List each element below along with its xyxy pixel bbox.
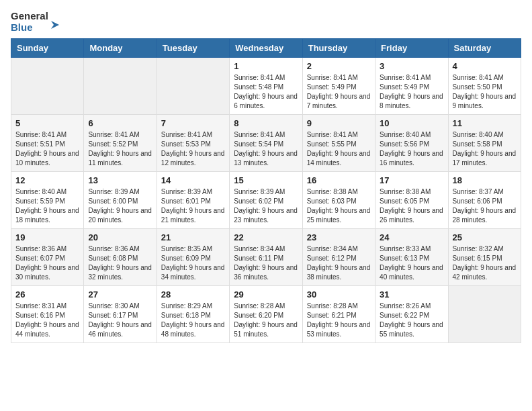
day-number: 15: [234, 175, 298, 185]
day-number: 16: [307, 175, 371, 185]
day-info: Sunrise: 8:38 AM Sunset: 6:05 PM Dayligh…: [380, 187, 443, 225]
day-number: 8: [234, 118, 298, 128]
day-number: 9: [307, 118, 371, 128]
col-header-friday: Friday: [375, 39, 448, 58]
day-number: 24: [380, 232, 443, 242]
logo: General Blue: [11, 11, 62, 33]
calendar-cell: 22Sunrise: 8:34 AM Sunset: 6:11 PM Dayli…: [230, 229, 302, 286]
day-number: 17: [380, 175, 443, 185]
calendar-header-row: SundayMondayTuesdayWednesdayThursdayFrid…: [11, 39, 521, 58]
day-number: 23: [307, 232, 371, 242]
day-info: Sunrise: 8:40 AM Sunset: 5:56 PM Dayligh…: [380, 130, 443, 168]
day-info: Sunrise: 8:38 AM Sunset: 6:03 PM Dayligh…: [307, 187, 371, 225]
day-info: Sunrise: 8:40 AM Sunset: 5:58 PM Dayligh…: [453, 130, 517, 168]
calendar-cell: 14Sunrise: 8:39 AM Sunset: 6:01 PM Dayli…: [157, 172, 229, 229]
calendar-cell: 2Sunrise: 8:41 AM Sunset: 5:49 PM Daylig…: [302, 58, 375, 115]
day-number: 29: [234, 289, 298, 300]
day-number: 6: [88, 118, 152, 128]
calendar-week-row: 26Sunrise: 8:31 AM Sunset: 6:16 PM Dayli…: [11, 286, 521, 343]
col-header-thursday: Thursday: [302, 39, 375, 58]
calendar-cell: 11Sunrise: 8:40 AM Sunset: 5:58 PM Dayli…: [448, 115, 521, 172]
day-number: 14: [161, 175, 225, 185]
day-info: Sunrise: 8:41 AM Sunset: 5:55 PM Dayligh…: [307, 130, 371, 168]
calendar-cell: 1Sunrise: 8:41 AM Sunset: 5:48 PM Daylig…: [230, 58, 302, 115]
calendar-cell: 27Sunrise: 8:30 AM Sunset: 6:17 PM Dayli…: [84, 286, 157, 343]
header: General Blue: [11, 11, 521, 33]
day-info: Sunrise: 8:32 AM Sunset: 6:15 PM Dayligh…: [453, 244, 517, 282]
col-header-wednesday: Wednesday: [230, 39, 302, 58]
day-number: 21: [161, 232, 225, 242]
calendar-cell: 23Sunrise: 8:34 AM Sunset: 6:12 PM Dayli…: [302, 229, 375, 286]
day-info: Sunrise: 8:29 AM Sunset: 6:18 PM Dayligh…: [161, 302, 225, 339]
day-number: 12: [15, 175, 79, 185]
day-number: 25: [453, 232, 517, 242]
calendar-cell: 8Sunrise: 8:41 AM Sunset: 5:54 PM Daylig…: [230, 115, 302, 172]
calendar-cell: 28Sunrise: 8:29 AM Sunset: 6:18 PM Dayli…: [157, 286, 229, 343]
calendar-cell: 16Sunrise: 8:38 AM Sunset: 6:03 PM Dayli…: [302, 172, 375, 229]
logo-container: General Blue: [11, 11, 62, 33]
logo-blue: Blue: [11, 22, 48, 34]
day-info: Sunrise: 8:40 AM Sunset: 5:59 PM Dayligh…: [15, 187, 79, 225]
day-info: Sunrise: 8:28 AM Sunset: 6:21 PM Dayligh…: [307, 302, 371, 339]
day-info: Sunrise: 8:41 AM Sunset: 5:49 PM Dayligh…: [307, 73, 371, 111]
day-number: 26: [15, 289, 79, 300]
day-info: Sunrise: 8:41 AM Sunset: 5:53 PM Dayligh…: [161, 130, 225, 168]
day-info: Sunrise: 8:36 AM Sunset: 6:07 PM Dayligh…: [15, 244, 79, 282]
day-number: 18: [453, 175, 517, 185]
day-info: Sunrise: 8:39 AM Sunset: 6:02 PM Dayligh…: [234, 187, 298, 225]
day-info: Sunrise: 8:35 AM Sunset: 6:09 PM Dayligh…: [161, 244, 225, 282]
calendar-week-row: 19Sunrise: 8:36 AM Sunset: 6:07 PM Dayli…: [11, 229, 521, 286]
day-number: 19: [15, 232, 79, 242]
day-number: 28: [161, 289, 225, 300]
day-info: Sunrise: 8:33 AM Sunset: 6:13 PM Dayligh…: [380, 244, 443, 282]
calendar-cell: 18Sunrise: 8:37 AM Sunset: 6:06 PM Dayli…: [448, 172, 521, 229]
day-number: 7: [161, 118, 225, 128]
col-header-saturday: Saturday: [448, 39, 521, 58]
calendar-cell: [448, 286, 521, 343]
col-header-sunday: Sunday: [11, 39, 84, 58]
calendar-cell: 13Sunrise: 8:39 AM Sunset: 6:00 PM Dayli…: [84, 172, 157, 229]
calendar-cell: 20Sunrise: 8:36 AM Sunset: 6:08 PM Dayli…: [84, 229, 157, 286]
day-number: 2: [307, 61, 371, 71]
calendar-week-row: 12Sunrise: 8:40 AM Sunset: 5:59 PM Dayli…: [11, 172, 521, 229]
logo-arrow-icon: [48, 18, 62, 32]
calendar-cell: 7Sunrise: 8:41 AM Sunset: 5:53 PM Daylig…: [157, 115, 229, 172]
day-info: Sunrise: 8:41 AM Sunset: 5:50 PM Dayligh…: [453, 73, 517, 111]
calendar-cell: 17Sunrise: 8:38 AM Sunset: 6:05 PM Dayli…: [375, 172, 448, 229]
calendar-cell: 24Sunrise: 8:33 AM Sunset: 6:13 PM Dayli…: [375, 229, 448, 286]
calendar-cell: 25Sunrise: 8:32 AM Sunset: 6:15 PM Dayli…: [448, 229, 521, 286]
col-header-tuesday: Tuesday: [157, 39, 229, 58]
calendar-cell: 6Sunrise: 8:41 AM Sunset: 5:52 PM Daylig…: [84, 115, 157, 172]
day-info: Sunrise: 8:26 AM Sunset: 6:22 PM Dayligh…: [380, 302, 443, 339]
day-info: Sunrise: 8:34 AM Sunset: 6:12 PM Dayligh…: [307, 244, 371, 282]
calendar-cell: 19Sunrise: 8:36 AM Sunset: 6:07 PM Dayli…: [11, 229, 84, 286]
day-info: Sunrise: 8:41 AM Sunset: 5:49 PM Dayligh…: [380, 73, 443, 111]
day-info: Sunrise: 8:31 AM Sunset: 6:16 PM Dayligh…: [15, 302, 79, 339]
calendar-table: SundayMondayTuesdayWednesdayThursdayFrid…: [11, 38, 521, 343]
col-header-monday: Monday: [84, 39, 157, 58]
day-number: 11: [453, 118, 517, 128]
calendar-cell: 5Sunrise: 8:41 AM Sunset: 5:51 PM Daylig…: [11, 115, 84, 172]
day-number: 5: [15, 118, 79, 128]
day-number: 3: [380, 61, 443, 71]
day-info: Sunrise: 8:39 AM Sunset: 6:01 PM Dayligh…: [161, 187, 225, 225]
calendar-cell: 3Sunrise: 8:41 AM Sunset: 5:49 PM Daylig…: [375, 58, 448, 115]
day-number: 1: [234, 61, 298, 71]
calendar-cell: 4Sunrise: 8:41 AM Sunset: 5:50 PM Daylig…: [448, 58, 521, 115]
day-info: Sunrise: 8:30 AM Sunset: 6:17 PM Dayligh…: [88, 302, 152, 339]
day-number: 22: [234, 232, 298, 242]
calendar-week-row: 1Sunrise: 8:41 AM Sunset: 5:48 PM Daylig…: [11, 58, 521, 115]
day-info: Sunrise: 8:41 AM Sunset: 5:54 PM Dayligh…: [234, 130, 298, 168]
day-info: Sunrise: 8:28 AM Sunset: 6:20 PM Dayligh…: [234, 302, 298, 339]
day-number: 27: [88, 289, 152, 300]
day-info: Sunrise: 8:36 AM Sunset: 6:08 PM Dayligh…: [88, 244, 152, 282]
calendar-week-row: 5Sunrise: 8:41 AM Sunset: 5:51 PM Daylig…: [11, 115, 521, 172]
svg-marker-0: [51, 21, 59, 29]
calendar-cell: 31Sunrise: 8:26 AM Sunset: 6:22 PM Dayli…: [375, 286, 448, 343]
calendar-cell: 15Sunrise: 8:39 AM Sunset: 6:02 PM Dayli…: [230, 172, 302, 229]
calendar-cell: 30Sunrise: 8:28 AM Sunset: 6:21 PM Dayli…: [302, 286, 375, 343]
day-number: 4: [453, 61, 517, 71]
calendar-cell: 9Sunrise: 8:41 AM Sunset: 5:55 PM Daylig…: [302, 115, 375, 172]
day-info: Sunrise: 8:39 AM Sunset: 6:00 PM Dayligh…: [88, 187, 152, 225]
calendar-cell: 12Sunrise: 8:40 AM Sunset: 5:59 PM Dayli…: [11, 172, 84, 229]
